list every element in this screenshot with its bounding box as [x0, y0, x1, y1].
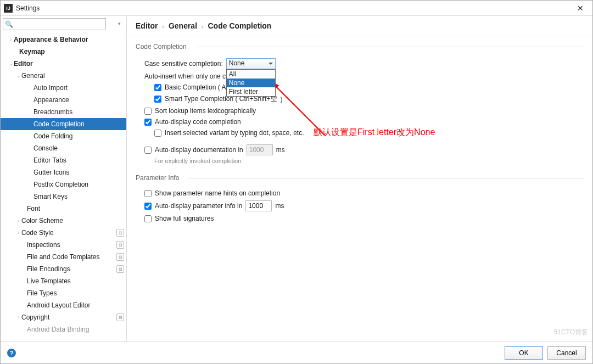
label-smart-cut: )	[281, 96, 283, 103]
sidebar-item-label: General	[21, 72, 124, 80]
sidebar-item[interactable]: Android Data Binding	[1, 323, 126, 335]
titlebar: IJ Settings ✕	[1, 1, 592, 16]
sidebar-item[interactable]: Code Completion	[1, 118, 126, 130]
sidebar-item[interactable]: ⌄General	[1, 70, 126, 82]
checkbox-sort-lookup[interactable]	[144, 108, 152, 115]
case-sensitive-value[interactable]: None	[226, 58, 276, 69]
search-input[interactable]	[3, 18, 106, 30]
content: Editor › General › Code Completion Code …	[127, 16, 592, 341]
sidebar-item[interactable]: ›Appearance & Behavior	[1, 33, 126, 46]
label-insert-variant: Insert selected variant by typing dot, s…	[165, 129, 304, 137]
sidebar-item[interactable]: Inspections⊟	[1, 239, 126, 251]
sidebar-item[interactable]: Code Folding	[1, 130, 126, 142]
sidebar-item[interactable]: Android Layout Editor	[1, 299, 126, 311]
search-row: 🔍 ▾	[1, 16, 126, 32]
close-icon[interactable]: ✕	[572, 4, 589, 13]
dropdown-option[interactable]: First letter	[227, 87, 275, 96]
cancel-button[interactable]: Cancel	[547, 346, 586, 360]
breadcrumb-general[interactable]: General	[169, 21, 197, 30]
dropdown-option[interactable]: All	[227, 70, 275, 79]
field-show-param-hints: Show parameter name hints on completion	[144, 189, 584, 197]
settings-tree[interactable]: ›Appearance & BehaviorKeymap⌄Editor⌄Gene…	[1, 32, 126, 341]
search-dropdown-icon[interactable]: ▾	[118, 21, 121, 26]
sidebar-item-label: Appearance & Behavior	[14, 36, 124, 43]
sidebar-item-label: Code Folding	[33, 132, 124, 140]
settings-window: IJ Settings ✕ 🔍 ▾ ›Appearance & Behavior…	[0, 0, 593, 364]
dropdown-option[interactable]: None	[227, 79, 275, 87]
breadcrumb-editor[interactable]: Editor	[136, 21, 158, 30]
sidebar-item[interactable]: Console	[1, 142, 126, 154]
group-code-completion: Code Completion	[136, 43, 584, 51]
sidebar-item-label: Live Templates	[27, 277, 124, 285]
sidebar-item[interactable]: File and Code Templates⊟	[1, 251, 126, 263]
sidebar-item[interactable]: Live Templates	[1, 275, 126, 287]
label-ms-2: ms	[275, 202, 284, 210]
sidebar-item-label: Breadcrumbs	[33, 108, 124, 116]
label-show-param-hints: Show parameter name hints on completion	[155, 189, 280, 197]
sidebar-item-label: File and Code Templates	[27, 253, 114, 261]
sidebar-item[interactable]: Auto Import	[1, 82, 126, 94]
sidebar-item-label: File Encodings	[27, 265, 114, 273]
sidebar-item-label: Color Scheme	[21, 217, 124, 225]
checkbox-show-param-hints[interactable]	[144, 190, 152, 197]
sidebar-item-label: Postfix Completion	[33, 181, 124, 188]
sidebar-item-label: Editor	[14, 60, 124, 68]
field-sort-lookup: Sort lookup items lexicographically	[144, 107, 584, 115]
input-doc-ms[interactable]	[247, 144, 273, 155]
project-scope-icon: ⊟	[116, 253, 124, 261]
checkbox-insert-variant[interactable]	[154, 130, 161, 137]
field-auto-display-code: Auto-display code completion	[144, 118, 584, 126]
search-wrap: 🔍 ▾	[3, 18, 123, 30]
sidebar-item[interactable]: Smart Keys	[1, 191, 126, 203]
help-icon[interactable]: ?	[7, 349, 16, 357]
breadcrumb-code-completion: Code Completion	[208, 21, 272, 30]
sidebar-item[interactable]: Keymap	[1, 46, 126, 58]
sidebar-item-label: Android Layout Editor	[27, 301, 124, 309]
checkbox-auto-display-doc[interactable]	[144, 147, 152, 154]
checkbox-basic-completion[interactable]	[154, 84, 161, 91]
project-scope-icon: ⊟	[116, 229, 124, 237]
case-sensitive-select[interactable]: None AllNoneFirst letter	[226, 58, 276, 69]
group-parameter-info: Parameter Info	[136, 174, 584, 182]
sidebar-item-label: File Types	[27, 289, 124, 297]
sidebar-item[interactable]: Appearance	[1, 94, 126, 106]
sidebar-item[interactable]: Postfix Completion	[1, 178, 126, 191]
checkbox-auto-display-code[interactable]	[144, 119, 152, 126]
ok-button[interactable]: OK	[505, 346, 543, 360]
checkbox-smart-completion[interactable]	[154, 96, 161, 103]
project-scope-icon: ⊟	[116, 313, 124, 321]
disclosure-icon: ›	[16, 230, 21, 236]
sidebar-item[interactable]: ›Copyright⊟	[1, 311, 126, 323]
sidebar-item[interactable]: ›Code Style⊟	[1, 227, 126, 239]
sidebar-item-label: Android Data Binding	[27, 326, 124, 333]
footer: ? OK Cancel	[1, 341, 592, 363]
label-auto-param-info: Auto-display parameter info in	[155, 202, 242, 210]
sidebar-item-label: Font	[27, 205, 124, 212]
sidebar-item[interactable]: File Encodings⊟	[1, 263, 126, 275]
input-param-ms[interactable]	[245, 200, 272, 211]
sidebar-item[interactable]: Breadcrumbs	[1, 106, 126, 118]
field-insert-variant: Insert selected variant by typing dot, s…	[154, 129, 584, 137]
sidebar-item-label: Appearance	[33, 96, 124, 104]
label-sort-lookup: Sort lookup items lexicographically	[155, 107, 256, 115]
search-icon: 🔍	[5, 20, 13, 28]
checkbox-auto-param-info[interactable]	[144, 203, 152, 210]
disclosure-icon: ›	[16, 315, 21, 320]
sidebar-item[interactable]: ⌄Editor	[1, 58, 126, 70]
app-icon: IJ	[4, 4, 13, 13]
breadcrumb: Editor › General › Code Completion	[127, 16, 592, 36]
field-basic-completion: Basic Completion ( A	[154, 83, 584, 91]
disclosure-icon: ⌄	[8, 61, 14, 66]
sidebar-item-label: Smart Keys	[33, 193, 124, 200]
sidebar-item[interactable]: Gutter Icons	[1, 166, 126, 178]
disclosure-icon: ⌄	[16, 73, 21, 79]
sidebar-item[interactable]: File Types	[1, 287, 126, 299]
sidebar-item[interactable]: Font	[1, 203, 126, 215]
sidebar-item[interactable]: ›Color Scheme	[1, 215, 126, 227]
field-case-sensitive: Case sensitive completion: None AllNoneF…	[144, 58, 584, 69]
sidebar: 🔍 ▾ ›Appearance & BehaviorKeymap⌄Editor⌄…	[1, 16, 127, 341]
sidebar-item-label: Inspections	[27, 241, 114, 249]
sidebar-item[interactable]: Editor Tabs	[1, 154, 126, 166]
checkbox-show-full-sig[interactable]	[144, 215, 152, 222]
case-sensitive-dropdown[interactable]: AllNoneFirst letter	[226, 69, 276, 97]
